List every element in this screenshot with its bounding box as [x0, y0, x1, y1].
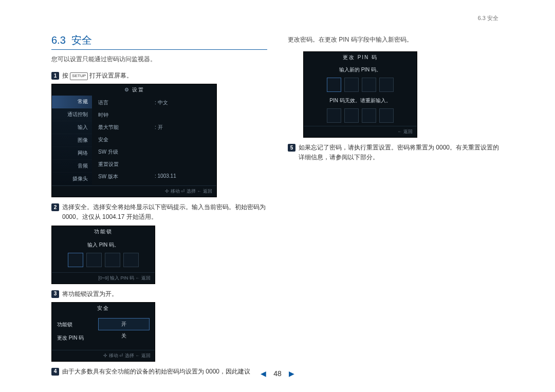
next-page-icon[interactable]: ▶ [289, 369, 294, 378]
tab-image[interactable]: 图像 [52, 134, 92, 147]
osd-settings-title: ⚙设置 [52, 84, 216, 96]
row-swver[interactable]: SW 版本: 1003.11 [92, 171, 216, 183]
section-heading: 6.3 安全 [51, 33, 267, 50]
step-badge: 2 [51, 203, 59, 211]
page-number: 48 [273, 369, 282, 378]
osd-settings: ⚙设置 常规 通话控制 输入 图像 网络 音频 摄像头 语言: 中文 时钟 [51, 84, 217, 197]
row-clock[interactable]: 时钟 [92, 109, 216, 121]
osd-change-error: PIN 码无效。请重新输入。 [304, 95, 417, 107]
label-change-pin: 更改 PIN 码 [57, 331, 98, 345]
section-title: 安全 [71, 34, 92, 46]
step-2: 2 选择安全。选择安全将始终显示以下密码提示。输入当前密码。初始密码为 0000… [51, 202, 267, 222]
intro-text: 您可以设置只能通过密码访问监视器。 [51, 55, 267, 64]
osd-pin-title: 功能锁 [52, 226, 155, 237]
row-security[interactable]: 安全 [92, 134, 216, 146]
osd-settings-foot: ✢ 移动 ⏎ 选择 ← 返回 [52, 185, 216, 197]
step-5: 5 如果忘记了密码，请执行重置设置。密码将重置为 0000。有关重置设置的详细信… [288, 143, 504, 162]
option-off[interactable]: 关 [98, 330, 150, 342]
tab-camera[interactable]: 摄像头 [52, 173, 92, 185]
row-swup[interactable]: SW 升级 [92, 146, 216, 158]
step3-text: 将功能锁设置为开。 [62, 289, 267, 299]
osd-settings-tabs: 常规 通话控制 输入 图像 网络 音频 摄像头 [52, 96, 92, 185]
step-3: 3 将功能锁设置为开。 [51, 289, 267, 299]
osd-security-title: 安全 [52, 303, 155, 314]
tab-network[interactable]: 网络 [52, 147, 92, 160]
osd-change-foot: ← 返回 [304, 126, 417, 137]
change-pin-boxes-1[interactable] [304, 77, 417, 95]
step1-post: 打开设置屏幕。 [89, 72, 133, 79]
gear-icon: ⚙ [124, 87, 130, 92]
setup-keycap: SETUP [70, 72, 88, 80]
option-on[interactable]: 开 [98, 318, 150, 330]
tab-input[interactable]: 输入 [52, 121, 92, 134]
osd-security-foot: ✢ 移动 ⏎ 选择 ← 返回 [52, 350, 155, 361]
step2-text: 选择安全。选择安全将始终显示以下密码提示。输入当前密码。初始密码为 0000。这… [62, 202, 267, 222]
osd-change-msg: 输入新的 PIN 码。 [304, 63, 417, 77]
tab-general[interactable]: 常规 [52, 96, 92, 108]
prev-page-icon[interactable]: ◀ [261, 369, 266, 378]
row-reset[interactable]: 重置设置 [92, 158, 216, 171]
osd-change-title: 更改 PIN 码 [304, 52, 417, 63]
pin-boxes[interactable] [52, 253, 155, 272]
step-badge: 3 [51, 290, 59, 298]
row-language[interactable]: 语言: 中文 [92, 97, 216, 109]
page-nav: ◀ 48 ▶ [0, 369, 555, 378]
tab-call[interactable]: 通话控制 [52, 108, 92, 121]
label-function-lock: 功能锁 [57, 318, 98, 331]
step4b-text: 更改密码。在更改 PIN 码字段中输入新密码。 [288, 35, 504, 44]
osd-pin-entry: 功能锁 输入 PIN 码。 [0~9] 输入 PIN 码 ← 返回 [51, 226, 155, 284]
step5-text: 如果忘记了密码，请执行重置设置。密码将重置为 0000。有关重置设置的详细信息，… [299, 143, 504, 162]
section-number: 6.3 [51, 34, 66, 46]
change-pin-boxes-2[interactable] [304, 107, 417, 126]
osd-change-pin: 更改 PIN 码 输入新的 PIN 码。 PIN 码无效。请重新输入。 ← 返回 [303, 51, 417, 138]
osd-pin-msg: 输入 PIN 码。 [52, 237, 155, 253]
tab-audio[interactable]: 音频 [52, 160, 92, 173]
osd-security: 安全 功能锁 更改 PIN 码 开 关 ✢ 移动 ⏎ 选择 ← 返回 [51, 302, 155, 362]
step-badge: 1 [51, 72, 59, 80]
step1-pre: 按 [62, 72, 68, 79]
row-energy[interactable]: 最大节能: 开 [92, 121, 216, 134]
running-header: 6.3 安全 [478, 14, 498, 22]
osd-pin-foot: [0~9] 输入 PIN 码 ← 返回 [52, 272, 155, 284]
step-1: 1 按 SETUP 打开设置屏幕。 [51, 71, 267, 81]
step-badge: 5 [288, 144, 295, 152]
